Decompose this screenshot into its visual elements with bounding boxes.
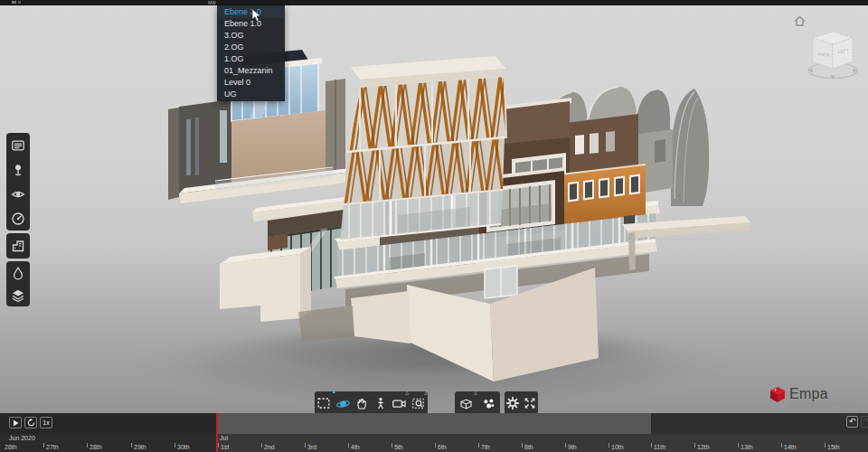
- gauge-icon: [11, 212, 25, 226]
- timeline-loaded-range[interactable]: [217, 413, 651, 434]
- mouse-cursor: [251, 9, 262, 23]
- empa-cube-icon: [769, 386, 786, 403]
- level-option-2og[interactable]: 2.OG: [217, 42, 285, 53]
- empa-brand-text: Empa: [789, 386, 863, 401]
- toolbar-button-pan[interactable]: [353, 391, 372, 415]
- pan-hand-icon: [354, 396, 369, 410]
- empa-logo: Empa Materials Science and Technology: [769, 386, 863, 408]
- toolbar-button-explode[interactable]: [477, 391, 500, 415]
- sidebar-group-main: [6, 133, 30, 231]
- zoom-window-badge-icon: △: [424, 391, 428, 395]
- month-label-jul: Jul: [220, 435, 228, 441]
- toolbar-group-navigation: ▲ △: [315, 391, 428, 415]
- timeline-playhead[interactable]: [216, 413, 218, 452]
- toolbar-button-zoom-window[interactable]: △: [409, 391, 428, 415]
- toolbar-button-fullscreen[interactable]: [522, 391, 539, 415]
- speed-label: 1x: [42, 419, 49, 426]
- orbit-badge-icon: ▲: [332, 390, 336, 394]
- level-option-mezzanin[interactable]: 01_Mezzanin: [217, 65, 285, 77]
- layers-icon: [11, 288, 25, 303]
- pin-icon: [11, 163, 25, 177]
- redo-button[interactable]: ↷: [861, 416, 868, 428]
- play-button[interactable]: [9, 417, 22, 428]
- zoom-window-icon: [411, 396, 426, 410]
- toolbar-button-section-box[interactable]: △: [455, 391, 477, 415]
- timeline-track-tail: [651, 413, 868, 434]
- toolbar-button-settings[interactable]: [505, 391, 522, 415]
- undo-button[interactable]: ↶: [846, 416, 858, 428]
- home-icon[interactable]: [793, 14, 807, 28]
- level-option-ug[interactable]: UG: [217, 89, 285, 100]
- eye-icon: [11, 187, 25, 202]
- walk-person-icon: [373, 396, 388, 410]
- orbit-icon: [335, 396, 351, 411]
- toolbar-group-model-tools: △: [455, 391, 500, 415]
- loop-button[interactable]: [24, 417, 37, 428]
- marquee-select-icon: [316, 396, 331, 410]
- bim-viewer-app: BACK LEFT: [0, 0, 868, 452]
- top-bar-glyph2-icon: [18, 1, 21, 4]
- level-option-level-0[interactable]: Level 0: [217, 77, 285, 89]
- month-label-jun: Jun 2020: [9, 435, 35, 441]
- toolbar-button-walk[interactable]: [371, 391, 390, 415]
- toolbar-group-app: [505, 391, 538, 415]
- top-bar-mini-label: MW: [208, 0, 216, 5]
- top-bar-glyph-icon: [12, 1, 16, 4]
- explode-dots-icon: [481, 396, 496, 411]
- toolbar-button-orbit[interactable]: ▲: [334, 391, 353, 415]
- empa-tagline-text: Materials Science and Technology: [789, 402, 863, 408]
- toolbar-button-camera[interactable]: △: [390, 391, 409, 415]
- toolbar-button-marquee-select[interactable]: [315, 391, 334, 415]
- sidebar-button-pin[interactable]: [6, 157, 30, 182]
- speed-button[interactable]: 1x: [40, 417, 52, 428]
- timeline-panel: 1x ↶ ↷ Jun 2020 Jul 26th 27th 28th 29th …: [0, 413, 868, 452]
- fullscreen-expand-icon: [523, 396, 537, 410]
- top-bar: MW: [0, 0, 868, 5]
- level-option-3og[interactable]: 3.OG: [217, 30, 285, 42]
- building-3d-model[interactable]: [0, 0, 868, 416]
- water-drop-icon: [11, 266, 25, 280]
- sidebar-group-simulation: [6, 261, 30, 306]
- settings-gear-icon: [505, 396, 520, 410]
- sidebar-group-building: [6, 233, 30, 259]
- view-cube[interactable]: BACK LEFT: [805, 27, 863, 83]
- sidebar-button-water[interactable]: [6, 261, 30, 284]
- level-option-1og[interactable]: 1.OG: [217, 53, 285, 65]
- timeline-date-strip: Jun 2020 Jul 26th 27th 28th 29th 30th 1s…: [0, 434, 868, 452]
- timeline-scrub-track[interactable]: 1x ↶ ↷: [0, 413, 868, 434]
- play-icon: [13, 419, 19, 427]
- camera-icon: [392, 396, 407, 410]
- panel-list-icon: [11, 138, 25, 153]
- section-box-icon: [458, 396, 474, 411]
- sidebar-button-gauge[interactable]: [6, 206, 30, 231]
- sidebar-button-building[interactable]: [6, 233, 30, 258]
- sidebar-button-panels[interactable]: [6, 133, 30, 157]
- sidebar-button-layers[interactable]: [6, 284, 30, 306]
- viewport-3d[interactable]: BACK LEFT: [0, 5, 868, 413]
- sidebar-button-visibility[interactable]: [6, 182, 30, 206]
- building-icon: [11, 239, 25, 253]
- loop-icon: [27, 419, 35, 427]
